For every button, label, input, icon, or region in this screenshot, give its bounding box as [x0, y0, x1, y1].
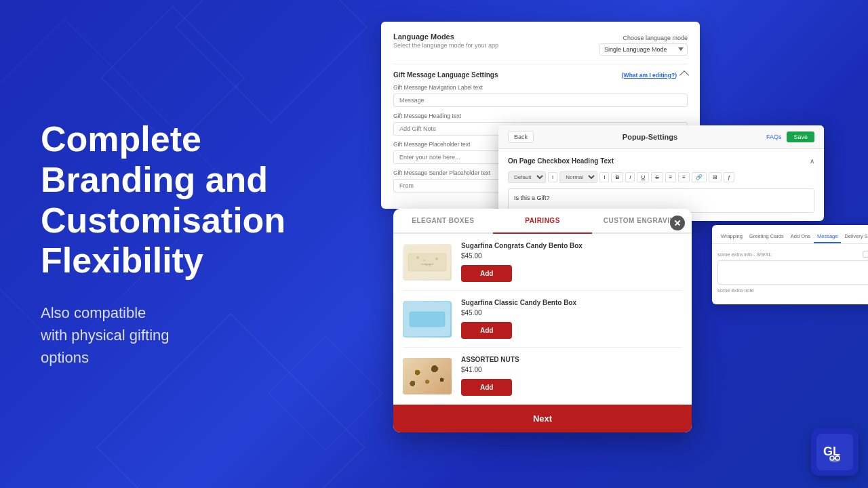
- right-side-card: Wrapping Greeting Cards Add Ons Message …: [712, 225, 868, 304]
- popup-tabs: ELEGANT BOXES PAIRINGS CUSTOM ENGRAVING: [393, 209, 692, 234]
- right-card-label-2: some extra note: [717, 287, 868, 293]
- product-item-1: congrats! Sugarfina Congrats Candy Bento…: [403, 234, 682, 291]
- right-tab-wrapping[interactable]: Wrapping: [717, 230, 746, 243]
- right-tab-delivery[interactable]: Delivery Schedule: [841, 230, 868, 243]
- popup-settings-title: Popup-Settings: [623, 133, 677, 141]
- logo-badge: GL: [811, 428, 859, 476]
- right-tab-greeting[interactable]: Greeting Cards: [746, 230, 787, 243]
- product-name-1: Sugarfina Congrats Candy Bento Box: [461, 242, 583, 249]
- nav-label-input[interactable]: [393, 94, 688, 107]
- right-panel: Language Modes Select the language mode …: [366, 0, 868, 488]
- popup-section-collapse[interactable]: ∧: [810, 157, 814, 165]
- language-mode-select[interactable]: Single Language Mode: [599, 43, 688, 56]
- main-heading: Complete Branding and Customisation Flex…: [41, 119, 339, 281]
- left-panel: Complete Branding and Customisation Flex…: [0, 0, 380, 488]
- product-list: congrats! Sugarfina Congrats Candy Bento…: [393, 234, 692, 405]
- product-details-2: Sugarfina Classic Candy Bento Box $45.00…: [461, 299, 682, 339]
- add-button-2[interactable]: Add: [461, 322, 512, 339]
- product-name-2: Sugarfina Classic Candy Bento Box: [461, 299, 576, 306]
- tab-pairings[interactable]: PAIRINGS: [493, 209, 593, 232]
- product-price-1: $45.00: [461, 252, 482, 260]
- right-tab-message[interactable]: Message: [814, 230, 841, 243]
- svg-point-4: [424, 259, 426, 261]
- align-left-btn[interactable]: ≡: [665, 172, 677, 182]
- svg-point-3: [416, 256, 419, 259]
- lang-card-title: Language Modes: [393, 33, 498, 41]
- right-tab-addons[interactable]: Add Ons: [787, 230, 814, 243]
- gift-section-title: Gift Message Language Settings (What am …: [393, 71, 688, 79]
- tab-elegant-boxes[interactable]: ELEGANT BOXES: [393, 209, 493, 232]
- field-nav-label: Gift Message Navigation Label text: [393, 84, 688, 107]
- back-button[interactable]: Back: [508, 131, 534, 143]
- popup-settings-card: Back Popup-Settings FAQs Save On Page Ch…: [498, 125, 824, 221]
- logo-text: GL: [816, 434, 853, 470]
- align-center-btn[interactable]: ≡: [678, 172, 690, 182]
- underline-btn[interactable]: U: [637, 172, 649, 182]
- bold-btn[interactable]: B: [611, 172, 623, 182]
- popup-section-header: On Page Checkbox Heading Text ∧: [508, 157, 814, 165]
- product-image-classic: [403, 301, 452, 338]
- right-card-row-1: some extra info - 8/9/31:: [717, 251, 868, 258]
- popup-section-title: On Page Checkbox Heading Text: [508, 157, 614, 165]
- product-details-1: Sugarfina Congrats Candy Bento Box $45.0…: [461, 242, 682, 282]
- product-image-nuts: [403, 358, 452, 394]
- product-price-2: $45.00: [461, 309, 482, 317]
- strikethrough-btn[interactable]: S: [651, 172, 663, 182]
- collapse-icon[interactable]: [679, 70, 689, 79]
- product-details-3: ASSORTED NUTS $41.00 Add: [461, 356, 682, 396]
- italic-icon[interactable]: I: [548, 172, 557, 182]
- lang-mode-label: Choose language mode: [623, 35, 688, 41]
- svg-rect-9: [410, 312, 445, 327]
- right-card-body: some extra info - 8/9/31: some extra not…: [712, 248, 868, 299]
- product-name-3: ASSORTED NUTS: [461, 356, 519, 363]
- next-button[interactable]: Next: [393, 405, 692, 432]
- font-size-btn[interactable]: I: [599, 172, 609, 182]
- checkbox-1[interactable]: [863, 251, 868, 258]
- gift-link[interactable]: (What am I editing?): [622, 72, 677, 79]
- italic-btn[interactable]: I: [625, 172, 635, 182]
- text-toolbar: Default I Normal I B I U S ≡ ≡ 🔗 ⊞ ƒ: [508, 171, 814, 183]
- product-image-congrats: congrats!: [403, 244, 452, 281]
- product-item-2: Sugarfina Classic Candy Bento Box $45.00…: [403, 291, 682, 348]
- svg-text:congrats!: congrats!: [421, 262, 434, 266]
- lang-card-subtitle: Select the language mode for your app: [393, 42, 498, 49]
- sub-heading: Also compatible with physical gifting op…: [41, 302, 339, 369]
- image-btn[interactable]: ⊞: [709, 172, 722, 182]
- popup-close-button[interactable]: [670, 216, 685, 230]
- message-textarea[interactable]: [717, 260, 868, 285]
- heading-select[interactable]: Normal: [559, 171, 597, 183]
- svg-point-5: [435, 258, 438, 260]
- main-popup-card: ELEGANT BOXES PAIRINGS CUSTOM ENGRAVING: [393, 209, 692, 432]
- code-btn[interactable]: ƒ: [724, 172, 734, 182]
- right-card-row-2: some extra note: [717, 287, 868, 293]
- link-btn[interactable]: 🔗: [692, 172, 707, 182]
- add-button-3[interactable]: Add: [461, 379, 512, 396]
- format-select[interactable]: Default: [508, 171, 546, 183]
- popup-settings-header: Back Popup-Settings FAQs Save: [498, 125, 824, 149]
- add-button-1[interactable]: Add: [461, 265, 512, 282]
- right-card-label-1: some extra info - 8/9/31:: [717, 251, 859, 258]
- save-button[interactable]: Save: [787, 131, 814, 142]
- product-item-3: ASSORTED NUTS $41.00 Add: [403, 348, 682, 405]
- right-card-tabs: Wrapping Greeting Cards Add Ons Message …: [712, 230, 868, 244]
- product-price-3: $41.00: [461, 366, 482, 373]
- faqs-link[interactable]: FAQs: [766, 134, 782, 140]
- popup-header-right: FAQs Save: [766, 131, 814, 142]
